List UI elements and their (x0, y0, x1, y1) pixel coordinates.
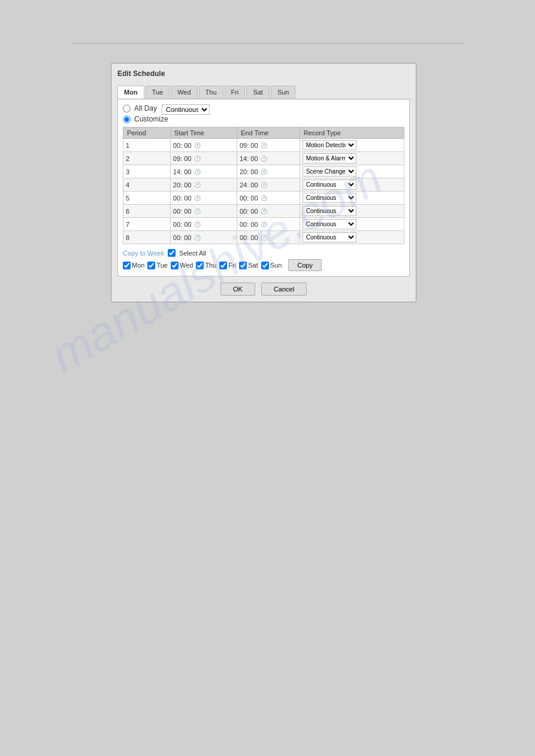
tab-wed[interactable]: Wed (171, 86, 197, 99)
record-type-select[interactable]: Motion DetectionMotion & AlarmScene Chan… (303, 219, 356, 229)
period-cell: 6 (123, 205, 171, 218)
start-time-value: 00: 00 (173, 142, 192, 149)
start-time-value: 09: 00 (173, 155, 192, 162)
end-time-icon[interactable]: 🕐 (260, 154, 268, 163)
end-time-icon[interactable]: 🕐 (260, 181, 268, 189)
period-cell: 2 (123, 152, 171, 165)
end-time-value: 09: 00 (240, 142, 258, 149)
record-type-select[interactable]: Motion DetectionMotion & AlarmScene Chan… (303, 193, 356, 203)
end-time-cell: 09: 00 🕐 (237, 139, 300, 152)
day-text-wed: Wed (180, 262, 193, 269)
start-time-icon[interactable]: 🕐 (193, 207, 201, 215)
start-time-icon[interactable]: 🕐 (193, 233, 201, 242)
day-label-sun: Sun (261, 262, 282, 269)
period-cell: 4 (123, 178, 171, 192)
day-text-tue: Tue (156, 262, 168, 269)
record-type-select[interactable]: Motion DetectionMotion & AlarmScene Chan… (303, 180, 356, 190)
start-time-icon[interactable]: 🕐 (193, 194, 201, 202)
start-time-value: 00: 00 (173, 221, 192, 228)
period-cell: 7 (123, 218, 171, 231)
start-time-cell: 00: 00 🕐 (170, 192, 237, 205)
allday-radio-row: All Day (123, 104, 157, 113)
table-row: 8 00: 00 🕐 00: 00 🕐 Motion DetectionMoti… (123, 231, 404, 244)
end-time-cell: 24: 00 🕐 (237, 178, 300, 192)
day-checkbox-tue[interactable] (147, 262, 155, 269)
end-time-icon[interactable]: 🕐 (260, 168, 268, 176)
day-text-thu: Thu (205, 262, 216, 269)
record-type-select[interactable]: Motion DetectionMotion & AlarmScene Chan… (303, 153, 356, 163)
day-checkbox-sun[interactable] (261, 262, 269, 269)
select-all-label: Select All (179, 250, 206, 257)
end-time-icon[interactable]: 🕐 (260, 207, 268, 215)
record-type-cell: Motion DetectionMotion & AlarmScene Chan… (300, 139, 404, 152)
end-time-cell: 00: 00 🕐 (237, 218, 300, 231)
start-time-value: 00: 00 (173, 208, 192, 215)
allday-radio[interactable] (123, 105, 131, 113)
customize-radio[interactable] (123, 116, 131, 123)
start-time-value: 14: 00 (173, 168, 192, 175)
day-text-fri: Fri (228, 262, 236, 269)
allday-select[interactable]: Continuous (162, 104, 210, 115)
schedule-table: Period Start Time End Time Record Type 1… (123, 127, 404, 244)
table-row: 3 14: 00 🕐 20: 00 🕐 Motion DetectionMoti… (123, 165, 404, 178)
end-time-value: 24: 00 (240, 181, 258, 189)
record-type-cell: Motion DetectionMotion & AlarmScene Chan… (300, 178, 404, 192)
record-type-select[interactable]: Motion DetectionMotion & AlarmScene Chan… (303, 232, 356, 242)
end-time-cell: 14: 00 🕐 (237, 152, 300, 165)
copy-button[interactable]: Copy (288, 259, 322, 271)
tab-sun[interactable]: Sun (271, 86, 296, 99)
copy-to-week-link[interactable]: Copy to Week (123, 250, 164, 257)
record-type-cell: Motion DetectionMotion & AlarmScene Chan… (300, 192, 404, 205)
period-cell: 1 (123, 139, 171, 152)
start-time-icon[interactable]: 🕐 (193, 141, 201, 150)
cancel-button[interactable]: Cancel (261, 283, 307, 296)
content-area: All Day Continuous Customize Period Star… (117, 99, 410, 277)
day-checkbox-wed[interactable] (171, 262, 179, 269)
end-time-value: 14: 00 (240, 155, 258, 162)
ok-button[interactable]: OK (220, 283, 255, 296)
day-checkbox-sat[interactable] (239, 262, 247, 269)
tab-tue[interactable]: Tue (146, 86, 170, 99)
end-time-icon[interactable]: 🕐 (260, 233, 268, 242)
day-checkbox-mon[interactable] (123, 262, 131, 269)
day-checkbox-fri[interactable] (219, 262, 227, 269)
tab-fri[interactable]: Fri (225, 86, 246, 99)
day-checkbox-thu[interactable] (196, 262, 204, 269)
record-type-select[interactable]: Motion DetectionMotion & AlarmScene Chan… (303, 166, 356, 177)
top-divider (72, 43, 463, 44)
col-start-time: Start Time (170, 127, 237, 139)
start-time-cell: 00: 00 🕐 (170, 218, 237, 231)
copy-section: Copy to Week Select All MonTueWedThuFriS… (123, 249, 404, 271)
start-time-icon[interactable]: 🕐 (193, 154, 201, 163)
tab-sat[interactable]: Sat (246, 86, 270, 99)
record-type-select[interactable]: Motion DetectionMotion & AlarmScene Chan… (303, 140, 356, 150)
table-row: 4 20: 00 🕐 24: 00 🕐 Motion DetectionMoti… (123, 178, 404, 192)
record-type-cell: Motion DetectionMotion & AlarmScene Chan… (300, 152, 404, 165)
start-time-cell: 09: 00 🕐 (170, 152, 237, 165)
record-type-select[interactable]: Motion DetectionMotion & AlarmScene Chan… (303, 206, 356, 216)
end-time-icon[interactable]: 🕐 (260, 220, 268, 229)
end-time-cell: 20: 00 🕐 (237, 165, 300, 178)
copy-to-week-row: Copy to Week Select All (123, 249, 404, 257)
end-time-icon[interactable]: 🕐 (260, 194, 268, 202)
start-time-cell: 00: 00 🕐 (170, 205, 237, 218)
record-type-cell: Motion DetectionMotion & AlarmScene Chan… (300, 218, 404, 231)
tab-thu[interactable]: Thu (199, 86, 223, 99)
table-row: 5 00: 00 🕐 00: 00 🕐 Motion DetectionMoti… (123, 192, 404, 205)
tab-mon[interactable]: Mon (117, 86, 144, 99)
edit-schedule-dialog: Edit Schedule MonTueWedThuFriSatSun All … (111, 63, 416, 302)
end-time-cell: 00: 00 🕐 (237, 205, 300, 218)
day-label-thu: Thu (196, 262, 216, 269)
day-text-sat: Sat (248, 262, 258, 269)
copy-to-week-checkbox[interactable] (168, 249, 176, 257)
start-time-icon[interactable]: 🕐 (193, 168, 201, 176)
start-time-icon[interactable]: 🕐 (193, 220, 201, 229)
end-time-icon[interactable]: 🕐 (260, 141, 268, 150)
footer-row: OK Cancel (117, 283, 410, 296)
col-record-type: Record Type (300, 127, 404, 139)
period-cell: 8 (123, 231, 171, 244)
end-time-cell: 00: 00 🕐 (237, 231, 300, 244)
start-time-icon[interactable]: 🕐 (193, 181, 201, 189)
end-time-cell: 00: 00 🕐 (237, 192, 300, 205)
table-row: 1 00: 00 🕐 09: 00 🕐 Motion DetectionMoti… (123, 139, 404, 152)
